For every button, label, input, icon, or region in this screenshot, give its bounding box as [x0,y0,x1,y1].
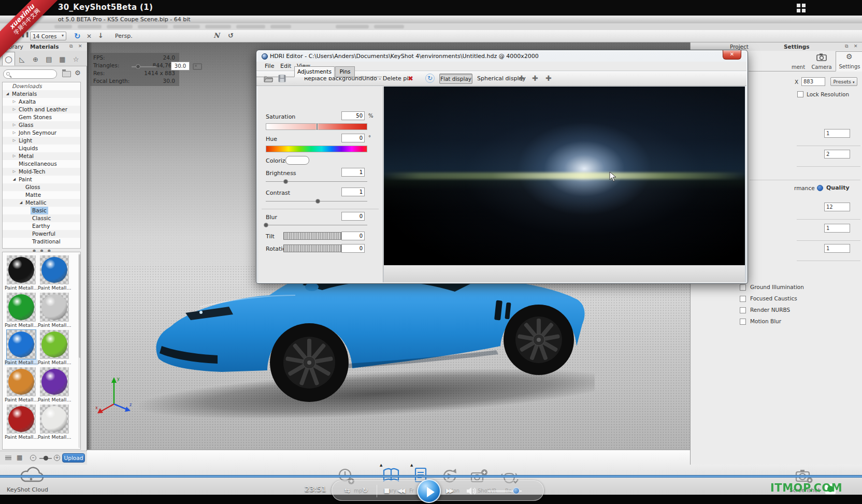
tab-materials-icon[interactable]: ◯ [2,52,15,66]
tree-item-mold-tech[interactable]: ▷Mold-Tech [3,168,80,176]
keyshot-cloud-label[interactable]: KeyShot Cloud [7,486,48,493]
save-icon[interactable] [278,75,286,82]
zoom-in-icon[interactable]: + [54,455,60,461]
tilt-input[interactable]: 0 [341,232,365,240]
brightness-slider-handle[interactable] [283,179,288,184]
tree-item-gloss[interactable]: Gloss [3,183,80,191]
blur-slider-handle[interactable] [264,223,268,227]
rewind-button[interactable]: ◀◀ [397,487,404,494]
settings-value-input-4[interactable]: 1 [824,244,850,253]
tree-item-basic[interactable]: Basic [3,207,80,214]
hue-gradient-slider[interactable] [266,146,367,152]
tree-expand-icon[interactable]: ◢ [5,90,10,98]
shuffle-icon[interactable]: ⇆ [344,486,350,494]
list-view-icon[interactable] [5,456,11,460]
tree-item-paint[interactable]: ◢Paint [3,176,80,183]
material-thumbnail[interactable]: Paint Metall... [7,367,36,404]
delete-icon[interactable]: ✖ [408,75,413,82]
keyshot-cloud-icon[interactable] [18,464,47,485]
menu-edit[interactable]: Edit [280,63,291,69]
add-sun-pin-icon[interactable]: ✚ [545,74,552,82]
material-thumbnail[interactable]: Paint Metall... [7,255,36,292]
tree-item-glass[interactable]: ▷Glass [3,121,80,129]
tree-item-downloads[interactable]: Downloads [3,82,80,90]
material-thumbnail[interactable]: Paint Metall... [7,405,36,441]
search-input[interactable] [3,69,57,79]
add-half-pin-icon[interactable]: ✚ [532,74,538,82]
material-thumbnail[interactable]: Paint Metall... [40,255,69,292]
pen-icon[interactable]: N [213,32,220,39]
tree-collapse-icon[interactable]: ▷ [11,129,17,137]
video-progress-bar[interactable] [0,475,862,478]
undock-panel-icon[interactable]: ⧉ [69,44,73,49]
settings-value-input-3[interactable]: 1 [824,224,850,233]
tree-collapse-icon[interactable]: ▷ [11,98,17,106]
undo-delete-pin-button[interactable]: Undo - Delete pin [362,75,412,82]
download-icon[interactable]: ↓ [98,32,104,39]
tab-favorites-icon[interactable]: ☆ [69,52,82,66]
contrast-input[interactable]: 1 [341,188,365,196]
colorize-swatch[interactable] [285,156,309,165]
rotation-scrubber[interactable] [283,244,341,252]
thumb-size-slider-handle[interactable] [44,456,48,460]
checkbox-render-nurbs[interactable] [740,307,746,313]
tab-colors-icon[interactable]: ▦ [56,52,69,66]
tree-item-cloth-and-leather[interactable]: ▷Cloth and Leather [3,106,80,113]
tree-item-classic[interactable]: Classic [3,214,80,222]
material-thumbnail[interactable]: Paint Metall... [40,405,69,441]
material-thumbnail[interactable]: Paint Metall... [7,330,36,366]
stop-button[interactable]: ■ [384,487,390,494]
material-thumbnail[interactable]: Paint Metall... [40,293,69,329]
tab-textures-icon[interactable]: ◺ [16,52,28,66]
checkbox-ground-illumination[interactable] [740,284,746,291]
lock-resolution-checkbox[interactable] [797,91,803,97]
tree-item-john-seymour[interactable]: ▷John Seymour [3,129,80,137]
tree-item-powerful[interactable]: Powerful [3,230,80,238]
checkbox-motion-blur[interactable] [740,319,746,325]
tab-environments-icon[interactable]: ⊕ [29,52,42,66]
hdri-preview[interactable] [384,87,745,265]
tree-item-earthy[interactable]: Earthy [3,222,80,230]
grid-view-icon[interactable]: ▦ [17,454,22,461]
resolution-x-input[interactable]: 883 [801,77,825,86]
perspective-slider-handle[interactable] [136,64,140,69]
tree-item-metal[interactable]: ▷Metal [3,152,80,160]
settings-value-input-2[interactable]: 2 [824,150,850,159]
material-thumbnail[interactable]: Paint Metall... [40,330,69,366]
loop-icon[interactable]: ↻ [362,486,368,494]
tab-backplates-icon[interactable]: ▤ [42,52,55,66]
thumbnail-scrollbar[interactable] [78,253,81,448]
checkbox-focused-caustics[interactable] [740,296,746,302]
tree-item-liquids[interactable]: Liquids [3,145,80,152]
material-thumbnail[interactable]: Paint Metall... [7,293,36,329]
fast-forward-button[interactable]: ▶▶ [446,487,452,494]
perspective-value-input[interactable]: 30.0 [171,62,190,70]
tree-collapse-icon[interactable]: ▷ [11,152,17,160]
blur-input[interactable]: 0 [341,212,365,221]
volume-slider-handle[interactable] [513,487,520,494]
brightness-input[interactable]: 1 [341,168,365,177]
tree-expand-icon[interactable]: ◢ [18,199,24,207]
material-thumbnail[interactable]: Paint Metall... [40,367,69,404]
flat-display-button[interactable]: Flat display [439,74,472,84]
tree-item-metallic[interactable]: ◢Metallic [3,199,80,207]
rotation-input[interactable]: 0 [341,244,365,253]
settings-value-input-1[interactable]: 1 [824,129,850,138]
saturation-gradient-slider[interactable] [266,123,367,130]
menu-file[interactable]: File [265,63,274,69]
upload-button[interactable]: Upload [62,453,85,463]
tree-collapse-icon[interactable]: ▷ [11,106,17,113]
samples-input[interactable]: 12 [824,203,850,211]
refresh-hdri-icon[interactable]: ↻ [425,74,435,83]
player-grid-icon[interactable] [797,4,800,7]
fit-view-icon[interactable]: ✕ [87,33,92,40]
tree-item-axalta[interactable]: ▷Axalta [3,98,80,106]
tree-item-gem-stones[interactable]: Gem Stones [3,113,80,121]
tab-settings[interactable]: ⚙ Settings [836,51,862,71]
tree-item-materials[interactable]: ◢Materials [3,90,80,98]
tab-environment-partial[interactable]: ment [789,51,808,71]
tab-adjustments[interactable]: Adjustments [294,66,335,77]
hdri-editor-dialog[interactable]: HDRI Editor - C:\Users\Anders\Documents\… [256,50,748,284]
tab-pins[interactable]: Pins [335,66,355,77]
blur-slider[interactable] [266,225,367,225]
